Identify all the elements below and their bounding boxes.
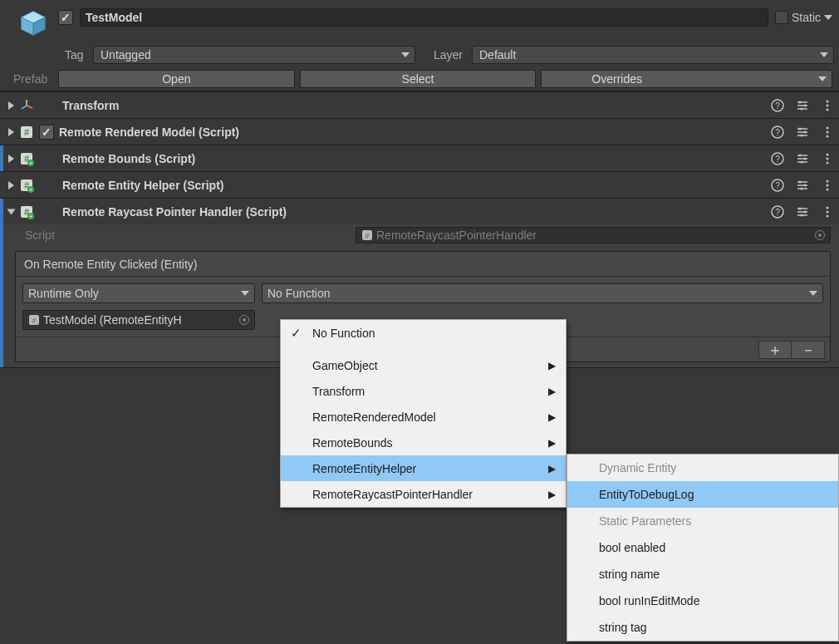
help-icon[interactable]: ? [771,179,784,192]
foldout-icon[interactable] [8,128,14,136]
kebab-menu-icon[interactable] [821,125,834,139]
foldout-icon[interactable] [8,181,14,189]
script-value: RemoteRaycastPointerHandler [376,229,537,242]
svg-point-44 [827,161,829,164]
submenu-item-bool-enabled[interactable]: bool enabled [567,534,838,561]
active-checkbox[interactable] [58,10,73,25]
remove-listener-button[interactable]: － [792,341,825,359]
component-transform[interactable]: Transform ? [0,91,839,118]
script-property-row: Script # RemoteRaycastPointerHandler [3,224,839,246]
function-submenu: Dynamic Entity EntityToDebugLog Static P… [567,454,839,642]
kebab-menu-icon[interactable] [821,99,834,112]
script-field[interactable]: # RemoteRaycastPointerHandler [356,227,831,243]
component-remote-rendered-model[interactable]: # Remote Rendered Model (Script) ? [0,118,839,145]
component-remote-bounds[interactable]: #+ Remote Bounds (Script) ? [0,145,839,171]
object-picker-icon[interactable] [239,315,249,325]
foldout-icon[interactable] [7,209,16,214]
submenu-item-entitytodebuglog[interactable]: EntityToDebugLog [567,481,838,508]
svg-point-12 [804,104,807,106]
enable-checkbox[interactable] [39,125,54,140]
tag-label: Tag [65,48,88,61]
menu-item-label: RemoteEntityHelper [312,462,416,475]
object-picker-icon[interactable] [815,230,825,240]
kebab-menu-icon[interactable] [821,152,834,165]
inspector-header: TestModel Static [0,0,839,43]
preset-icon[interactable] [796,152,809,165]
preset-icon[interactable] [796,99,809,112]
prefab-open-button[interactable]: Open [58,70,295,88]
submenu-item-runineditmode[interactable]: bool runInEditMode [567,587,838,614]
help-icon[interactable]: ? [771,205,784,219]
menu-item-remoteraycast[interactable]: RemoteRaycastPointerHandler ▶ [281,481,566,507]
gameobject-name-input[interactable]: TestModel [80,8,768,27]
help-icon[interactable]: ? [771,125,784,139]
event-target-field[interactable]: # TestModel (RemoteEntityH [22,310,255,330]
menu-item-no-function[interactable]: ✓ No Function [281,320,566,346]
svg-line-4 [27,106,32,108]
svg-point-58 [827,184,829,186]
menu-item-remoteentityhelper[interactable]: RemoteEntityHelper ▶ [281,455,566,481]
submenu-item-string-name[interactable]: string name [567,561,838,587]
svg-point-29 [827,135,829,137]
help-icon[interactable]: ? [771,99,784,112]
prefab-overrides-button[interactable]: Overrides [541,70,832,88]
tag-dropdown[interactable]: Untagged [93,46,415,64]
preset-icon[interactable] [796,205,809,219]
svg-text:?: ? [775,101,780,111]
svg-point-26 [801,134,803,136]
svg-point-70 [804,210,807,213]
svg-point-42 [827,153,829,155]
component-title: Remote Bounds (Script) [62,152,766,165]
component-title: Remote Rendered Model (Script) [59,125,766,139]
function-dropdown[interactable]: No Function [262,283,823,303]
svg-text:?: ? [775,181,780,190]
menu-item-remoterendered[interactable]: RemoteRenderedModel ▶ [281,404,566,430]
menu-item-transform[interactable]: Transform ▶ [281,378,566,404]
call-state-dropdown[interactable]: Runtime Only [22,283,255,303]
gameobject-cube-icon[interactable] [13,3,53,43]
menu-item-label: string tag [599,621,647,634]
submenu-item-string-tag[interactable]: string tag [567,614,838,641]
caret-down-icon [818,76,827,81]
add-listener-button[interactable]: ＋ [758,341,792,359]
menu-item-label: bool runInEditMode [599,594,699,607]
component-remote-entity-helper[interactable]: #+ Remote Entity Helper (Script) ? [0,171,839,198]
component-title: Remote Entity Helper (Script) [62,179,766,192]
help-icon[interactable]: ? [771,152,784,165]
layer-dropdown[interactable]: Default [472,46,834,64]
script-new-icon: #+ [19,178,34,193]
submenu-arrow-icon: ▶ [548,463,556,474]
svg-text:?: ? [775,128,780,137]
submenu-arrow-icon: ▶ [548,386,556,397]
component-remote-raycast-pointer-handler[interactable]: #+ Remote Raycast Pointer Handler (Scrip… [0,198,839,224]
kebab-menu-icon[interactable] [821,179,834,192]
svg-point-14 [827,100,829,102]
static-checkbox[interactable] [775,11,788,24]
kebab-menu-icon[interactable] [821,205,834,219]
svg-text:+: + [29,214,32,219]
event-target-value: TestModel (RemoteEntityH [43,313,182,327]
menu-item-gameobject[interactable]: GameObject ▶ [281,352,566,378]
prefab-select-button[interactable]: Select [300,70,537,88]
caret-down-icon [241,291,249,296]
svg-text:#: # [24,127,29,137]
script-label: Script [25,229,349,242]
svg-point-15 [827,104,829,106]
menu-item-remotebounds[interactable]: RemoteBounds ▶ [281,430,566,455]
caret-down-icon [401,52,410,57]
menu-item-label: string name [599,568,660,581]
svg-point-27 [827,126,829,129]
component-title: Transform [62,99,766,112]
submenu-arrow-icon: ▶ [548,437,556,449]
overrides-label: Overrides [591,72,642,86]
foldout-icon[interactable] [8,101,14,110]
static-dropdown-icon[interactable] [824,15,832,20]
svg-text:+: + [29,160,32,166]
script-icon: # [19,125,34,140]
preset-icon[interactable] [796,125,809,139]
preset-icon[interactable] [796,179,809,192]
svg-point-72 [827,206,829,209]
component-title: Remote Raycast Pointer Handler (Script) [62,205,766,219]
foldout-icon[interactable] [8,155,14,163]
layer-value: Default [479,48,516,61]
